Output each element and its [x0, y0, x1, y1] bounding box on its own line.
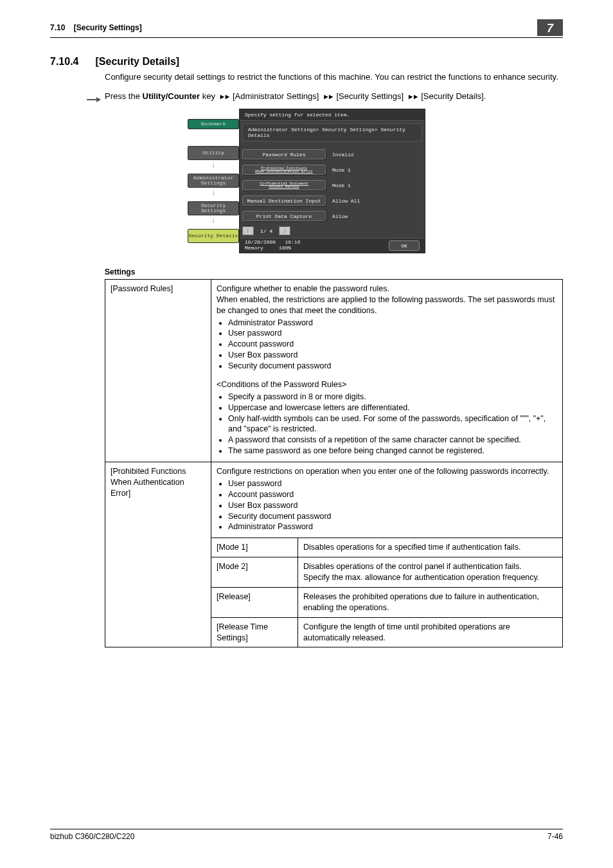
mode-name: [Release] [211, 587, 298, 617]
navigation-path: Press the Utility/Counter key ►► [Admini… [105, 91, 563, 102]
confidential-doc-value: Mode 1 [330, 183, 375, 188]
arrow-right-icon [87, 94, 101, 99]
password-rules-button[interactable]: Password Rules [242, 149, 326, 159]
bookmark-button[interactable]: Bookmark [188, 119, 239, 129]
mode-name: [Mode 1] [211, 538, 298, 557]
mode-desc: Disables operations of the control panel… [298, 557, 563, 588]
setting-name: [Password Rules] [105, 279, 211, 462]
prohibited-functions-value: Mode 1 [330, 167, 375, 173]
mode-desc: Releases the prohibited operations due t… [298, 587, 563, 617]
section-number: 7.10.4 [50, 56, 78, 68]
setting-name: [Prohibited Functions When Authenticatio… [105, 462, 211, 647]
mode-name: [Mode 2] [211, 557, 298, 588]
header-section-title: [Security Settings] [74, 23, 142, 32]
embedded-screenshot: Bookmark Utility ↓ Administrator Setting… [50, 109, 563, 253]
prohibited-functions-button[interactable]: Prohibited FunctionsWhen Authentication … [242, 165, 326, 175]
sidebar-item-utility[interactable]: Utility [188, 146, 239, 160]
sidebar-item-security-settings[interactable]: Security Settings [188, 201, 239, 215]
header-breadcrumb: 7.10 [Security Settings] [50, 23, 142, 32]
panel-status: 10/20/2009 19:16 Memory 100% [245, 240, 300, 251]
chapter-number-tab: 7 [537, 19, 563, 36]
panel-breadcrumb: Administrator Settings> Security Setting… [242, 123, 422, 141]
mode-desc: Configure the length of time until prohi… [298, 617, 563, 647]
panel-sidebar: Bookmark Utility ↓ Administrator Setting… [188, 109, 239, 253]
header-section-num: 7.10 [50, 23, 65, 32]
mode-name: [Release Time Settings] [211, 617, 298, 647]
manual-destination-button[interactable]: Manual Destination Input [242, 195, 326, 206]
print-data-capture-value: Allow [330, 213, 375, 219]
section-title: [Security Details] [95, 56, 179, 68]
page-indicator: 1/ 4 [256, 228, 276, 234]
section-heading: 7.10.4 [Security Details] [50, 56, 563, 68]
footer-page: 7-46 [547, 832, 563, 841]
manual-destination-value: Allow All [330, 198, 375, 204]
arrow-down-icon: ↓ [188, 161, 239, 170]
arrow-down-icon: ↓ [188, 188, 239, 197]
setting-description: Configure whether to enable the password… [211, 279, 563, 462]
print-data-capture-button[interactable]: Print Data Capture [242, 211, 326, 221]
ok-button[interactable]: OK [389, 240, 420, 251]
settings-heading: Settings [105, 267, 563, 276]
page-footer: bizhub C360/C280/C220 7-46 [50, 829, 563, 841]
page-header: 7.10 [Security Settings] 7 [50, 23, 563, 38]
setting-description: Configure restrictions on operation when… [211, 462, 563, 538]
page-up-button[interactable]: ↑ [242, 226, 254, 235]
settings-table: [Password Rules] Configure whether to en… [105, 279, 563, 648]
nav-text: Press the Utility/Counter key ►► [Admini… [105, 91, 486, 102]
password-rules-value: Invalid [330, 152, 375, 158]
mode-desc: Disables operations for a specified time… [298, 538, 563, 557]
confidential-doc-button[interactable]: Confidential DocumentAccess Method [242, 180, 326, 190]
sidebar-item-admin-settings[interactable]: Administrator Settings [188, 174, 239, 188]
panel-title: Specify setting for selected item. [240, 109, 425, 121]
svg-marker-1 [96, 97, 101, 102]
page-down-button[interactable]: ↓ [279, 226, 290, 235]
arrow-down-icon: ↓ [188, 216, 239, 225]
intro-text: Configure security detail settings to re… [105, 71, 563, 83]
panel-main: Specify setting for selected item. Admin… [239, 109, 425, 253]
footer-model: bizhub C360/C280/C220 [50, 832, 134, 841]
sidebar-item-security-details[interactable]: Security Details [188, 229, 239, 243]
